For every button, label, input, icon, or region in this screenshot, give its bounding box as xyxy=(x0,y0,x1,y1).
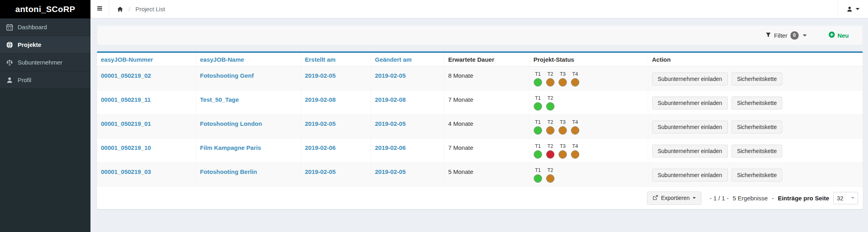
globe-icon xyxy=(6,41,13,48)
caret-down-icon xyxy=(693,197,696,199)
created-date-link[interactable]: 2019-02-05 xyxy=(305,120,336,127)
modified-date-link[interactable]: 2019-02-05 xyxy=(375,72,406,79)
cell-erstellt-am: 2019-02-06 xyxy=(301,139,371,163)
status-indicator-t3: T3 xyxy=(559,143,567,159)
user-icon xyxy=(846,6,853,12)
project-name-link[interactable]: Test_50_Tage xyxy=(200,96,239,103)
status-dot-orange xyxy=(571,150,579,159)
invite-subcontractor-button[interactable]: Subunternehmer einladen xyxy=(652,169,728,182)
status-dot-green xyxy=(534,78,542,87)
project-name-link[interactable]: Film Kampagne Paris xyxy=(200,144,261,151)
modified-date-link[interactable]: 2019-02-05 xyxy=(375,168,406,175)
project-number-link[interactable]: 00001_050219_01 xyxy=(101,120,151,127)
status-indicator-t2: T2 xyxy=(546,143,555,159)
cell-geaendert-am: 2019-02-05 xyxy=(371,163,444,187)
cell-projekt-status: T1T2T3T4 xyxy=(529,115,648,139)
cell-action: Subunternehmer einladenSicherheitskette xyxy=(648,163,863,187)
security-chain-button[interactable]: Sicherheitskette xyxy=(731,97,783,109)
security-chain-button[interactable]: Sicherheitskette xyxy=(731,145,783,157)
table-row: 00001_050219_11Test_50_Tage2019-02-08201… xyxy=(97,91,863,115)
modified-date-link[interactable]: 2019-02-08 xyxy=(375,96,406,103)
sidebar-item-projekte[interactable]: Projekte xyxy=(0,36,90,54)
cell-easyjob-name: Test_50_Tage xyxy=(196,91,301,115)
status-label: T3 xyxy=(560,143,566,149)
status-label: T4 xyxy=(572,143,578,149)
column-header-erstellt-am[interactable]: Erstellt am xyxy=(301,53,371,67)
status-indicator-t2: T2 xyxy=(546,119,555,135)
table-header-row: easyJOB-NummereasyJOB-NameErstellt amGeä… xyxy=(97,53,863,67)
invite-subcontractor-button[interactable]: Subunternehmer einladen xyxy=(652,73,728,85)
cell-easyjob-name: Fotoshooting Berlin xyxy=(196,163,301,187)
column-header-easyjob-name[interactable]: easyJOB-Name xyxy=(196,53,301,67)
status-indicator-t2: T2 xyxy=(546,167,555,183)
project-name-link[interactable]: Fotoshooting Berlin xyxy=(200,168,257,175)
modified-date-link[interactable]: 2019-02-06 xyxy=(375,144,406,151)
security-chain-button[interactable]: Sicherheitskette xyxy=(731,169,783,182)
cell-erwartete-dauer: 8 Monate xyxy=(444,67,529,91)
status-label: T3 xyxy=(560,71,566,77)
project-table-card: easyJOB-NummereasyJOB-NameErstellt amGeä… xyxy=(97,51,863,209)
cell-projekt-status: T1T2T3T4 xyxy=(529,67,648,91)
sidebar-item-dashboard[interactable]: Dashboard xyxy=(0,18,90,36)
status-dot-orange xyxy=(546,174,555,183)
column-header-easyjob-nummer[interactable]: easyJOB-Nummer xyxy=(97,53,196,67)
sidebar-item-subunternehmer[interactable]: Subunternehmer xyxy=(0,54,90,71)
project-name-link[interactable]: Fotoshooting London xyxy=(200,120,262,127)
security-chain-button[interactable]: Sicherheitskette xyxy=(731,73,783,85)
project-number-link[interactable]: 00001_050219_02 xyxy=(101,72,151,79)
app-logo[interactable]: antoni_SCoRP xyxy=(0,0,90,18)
content-area: Filter 0 Neu easyJOB-Numm xyxy=(90,18,868,232)
status-indicator-t1: T1 xyxy=(534,143,542,159)
status-dot-orange xyxy=(546,78,555,87)
created-date-link[interactable]: 2019-02-05 xyxy=(305,168,336,175)
project-name-link[interactable]: Fotoshooting Genf xyxy=(200,72,254,79)
status-dot-orange xyxy=(559,78,567,87)
status-label: T1 xyxy=(535,71,541,77)
cell-projekt-status: T1T2 xyxy=(529,91,648,115)
new-button[interactable]: Neu xyxy=(828,31,849,39)
status-dot-orange xyxy=(559,150,567,159)
status-label: T4 xyxy=(572,71,578,77)
cell-geaendert-am: 2019-02-05 xyxy=(371,67,444,91)
export-button-label: Exportieren xyxy=(661,195,690,201)
cell-erwartete-dauer: 7 Monate xyxy=(444,91,529,115)
status-indicator-t1: T1 xyxy=(534,95,542,111)
invite-subcontractor-button[interactable]: Subunternehmer einladen xyxy=(652,145,728,157)
status-dot-orange xyxy=(559,126,567,135)
filter-bar: Filter 0 Neu xyxy=(97,25,863,45)
sidebar-item-label: Dashboard xyxy=(18,24,47,30)
invite-subcontractor-button[interactable]: Subunternehmer einladen xyxy=(652,121,728,133)
export-icon xyxy=(653,195,658,202)
filter-dropdown[interactable]: Filter 0 xyxy=(766,31,806,40)
cell-erstellt-am: 2019-02-08 xyxy=(301,91,371,115)
invite-subcontractor-button[interactable]: Subunternehmer einladen xyxy=(652,97,728,109)
sidebar-toggle-button[interactable] xyxy=(90,0,109,18)
home-icon[interactable] xyxy=(117,6,123,12)
created-date-link[interactable]: 2019-02-08 xyxy=(305,96,336,103)
modified-date-link[interactable]: 2019-02-05 xyxy=(375,120,406,127)
sidebar-item-profil[interactable]: Profil xyxy=(0,71,90,89)
breadcrumb-separator: / xyxy=(129,6,130,12)
column-header-ge-ndert-am[interactable]: Geändert am xyxy=(371,53,444,67)
project-number-link[interactable]: 00001_050219_11 xyxy=(101,96,151,103)
sidebar-nav: DashboardProjekteSubunternehmerProfil xyxy=(0,18,90,89)
per-page-value: 32 xyxy=(837,195,844,202)
user-menu[interactable] xyxy=(838,0,868,18)
app-window: antoni_SCoRP DashboardProjekteSubunterne… xyxy=(0,0,868,232)
status-indicator-t4: T4 xyxy=(571,71,580,87)
cell-action: Subunternehmer einladenSicherheitskette xyxy=(648,139,863,163)
status-label: T2 xyxy=(547,143,553,149)
export-button[interactable]: Exportieren xyxy=(647,192,701,205)
status-dot-green xyxy=(534,102,542,111)
cell-easyjob-name: Fotoshooting Genf xyxy=(196,67,301,91)
per-page-select[interactable]: 32 xyxy=(833,192,858,204)
cell-geaendert-am: 2019-02-08 xyxy=(371,91,444,115)
project-number-link[interactable]: 00001_050219_10 xyxy=(101,144,151,151)
breadcrumb-current: Project List xyxy=(135,6,165,12)
project-number-link[interactable]: 00001_050219_03 xyxy=(101,168,151,175)
created-date-link[interactable]: 2019-02-05 xyxy=(305,72,336,79)
project-table: easyJOB-NummereasyJOB-NameErstellt amGeä… xyxy=(97,53,863,187)
created-date-link[interactable]: 2019-02-06 xyxy=(305,144,336,151)
cell-easyjob-nummer: 00001_050219_03 xyxy=(97,163,196,187)
security-chain-button[interactable]: Sicherheitskette xyxy=(731,121,783,133)
